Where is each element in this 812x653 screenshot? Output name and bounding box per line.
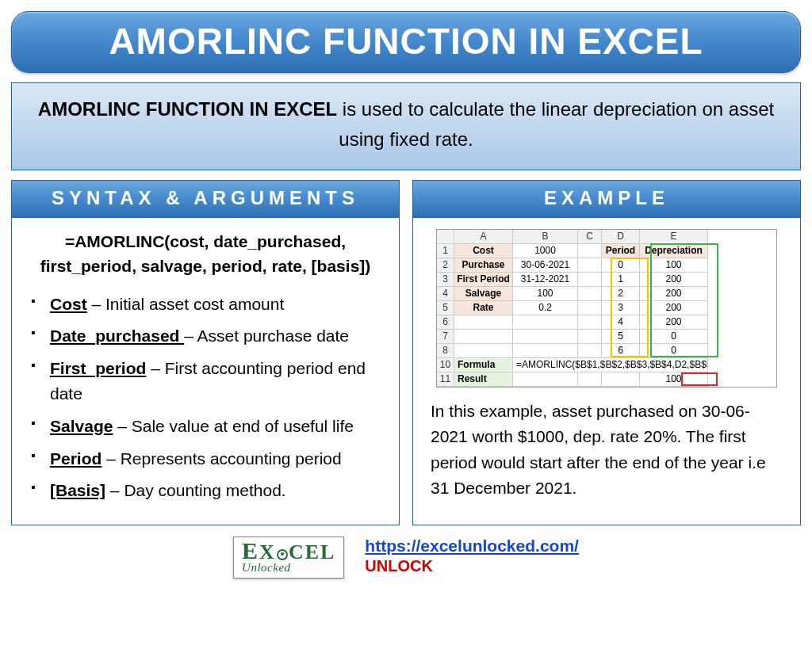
example-description: In this example, asset purchased on 30-0… — [429, 399, 784, 502]
cell-C11 — [578, 372, 602, 387]
row-3: 3 — [437, 273, 454, 287]
cell-B1: 1000 — [513, 244, 578, 258]
cell-E11-result: 100 — [640, 372, 708, 387]
row-5: 5 — [437, 301, 454, 315]
cell-E5: 200 — [640, 301, 708, 315]
cell-D11 — [602, 372, 640, 387]
cell-D4: 2 — [602, 287, 640, 301]
syntax-formula: =AMORLINC(cost, date_purchased, first_pe… — [28, 229, 383, 279]
arg-date-purchased: Date_purchased – Asset purchase date — [31, 323, 383, 349]
cell-D3: 1 — [602, 273, 640, 287]
website-link[interactable]: https://excelunlocked.com/ — [365, 537, 579, 556]
cell-D1: Period — [602, 244, 640, 258]
col-E: E — [640, 230, 708, 244]
cell-A7 — [454, 330, 513, 344]
col-C: C — [578, 230, 602, 244]
intro-box: AMORLINC FUNCTION IN EXCEL is used to ca… — [11, 82, 801, 170]
cell-B6 — [513, 315, 578, 330]
cell-A4: Salvage — [454, 287, 513, 301]
arg-cost: Cost – Initial asset cost amount — [31, 292, 383, 318]
footer: EXCEL Unlocked https://excelunlocked.com… — [11, 537, 801, 579]
col-A: A — [454, 230, 513, 244]
sheet-corner — [437, 230, 454, 244]
row-6: 6 — [437, 315, 454, 330]
row-2: 2 — [437, 258, 454, 273]
cell-A1: Cost — [454, 244, 513, 258]
cell-C6 — [578, 315, 602, 330]
row-8: 8 — [437, 344, 454, 358]
title-bar: AMORLINC FUNCTION IN EXCEL — [11, 11, 801, 73]
cell-C7 — [578, 330, 602, 344]
cell-B11 — [513, 372, 578, 387]
cell-A5: Rate — [454, 301, 513, 315]
cell-A3: First Period — [454, 273, 513, 287]
cell-C8 — [578, 344, 602, 358]
cell-D5: 3 — [602, 301, 640, 315]
example-header: EXAMPLE — [413, 181, 800, 218]
keyhole-icon — [277, 549, 288, 560]
cell-E1: Depreciation — [640, 244, 708, 258]
page-title: AMORLINC FUNCTION IN EXCEL — [12, 20, 800, 63]
cell-C5 — [578, 301, 602, 315]
cell-C3 — [578, 273, 602, 287]
unlock-label: UNLOCK — [365, 557, 579, 575]
argument-list: Cost – Initial asset cost amount Date_pu… — [28, 292, 383, 504]
syntax-body: =AMORLINC(cost, date_purchased, first_pe… — [12, 218, 399, 525]
arg-salvage: Salvage – Sale value at end of useful li… — [31, 414, 383, 440]
syntax-panel: SYNTAX & ARGUMENTS =AMORLINC(cost, date_… — [11, 180, 400, 525]
example-body: A B C D E 1 Cost 1000 Period Depreciatio… — [413, 218, 800, 516]
col-D: D — [602, 230, 640, 244]
columns-wrap: SYNTAX & ARGUMENTS =AMORLINC(cost, date_… — [11, 180, 801, 525]
cell-D7: 5 — [602, 330, 640, 344]
row-11: 11 — [437, 372, 454, 387]
cell-D8: 6 — [602, 344, 640, 358]
logo-title: EXCEL — [242, 539, 335, 563]
cell-B8 — [513, 344, 578, 358]
example-panel: EXAMPLE A B C D E 1 Cost 1000 — [412, 180, 801, 525]
arg-basis: [Basis] – Day counting method. — [31, 478, 383, 504]
logo: EXCEL Unlocked — [233, 537, 344, 579]
intro-rest: is used to calculate the linear deprecia… — [337, 98, 774, 150]
cell-E6: 200 — [640, 315, 708, 330]
cell-D2: 0 — [602, 258, 640, 273]
cell-B3: 31-12-2021 — [513, 273, 578, 287]
cell-formula: =AMORLINC($B$1,$B$2,$B$3,$B$4,D2,$B$5) — [513, 358, 708, 372]
cell-B4: 100 — [513, 287, 578, 301]
cell-B5: 0.2 — [513, 301, 578, 315]
arg-first-period: First_period – First accounting period e… — [31, 356, 383, 407]
row-4: 4 — [437, 287, 454, 301]
syntax-header: SYNTAX & ARGUMENTS — [12, 181, 399, 218]
cell-C2 — [578, 258, 602, 273]
col-B: B — [513, 230, 578, 244]
cell-A11: Result — [454, 372, 513, 387]
cell-B7 — [513, 330, 578, 344]
cell-D6: 4 — [602, 315, 640, 330]
row-10: 10 — [437, 358, 454, 372]
cell-E3: 200 — [640, 273, 708, 287]
arg-period: Period – Represents accounting period — [31, 446, 383, 472]
cell-B2: 30-06-2021 — [513, 258, 578, 273]
footer-links: https://excelunlocked.com/ UNLOCK — [365, 537, 579, 575]
cell-C1 — [578, 244, 602, 258]
row-7: 7 — [437, 330, 454, 344]
cell-C4 — [578, 287, 602, 301]
intro-bold: AMORLINC FUNCTION IN EXCEL — [38, 98, 337, 120]
cell-E8: 0 — [640, 344, 708, 358]
cell-A10: Formula — [454, 358, 513, 372]
cell-A2: Purchase — [454, 258, 513, 273]
cell-A6 — [454, 315, 513, 330]
row-1: 1 — [437, 244, 454, 258]
cell-E7: 0 — [640, 330, 708, 344]
spreadsheet-mock: A B C D E 1 Cost 1000 Period Depreciatio… — [429, 229, 784, 388]
cell-E2: 100 — [640, 258, 708, 273]
cell-A8 — [454, 344, 513, 358]
cell-E4: 200 — [640, 287, 708, 301]
